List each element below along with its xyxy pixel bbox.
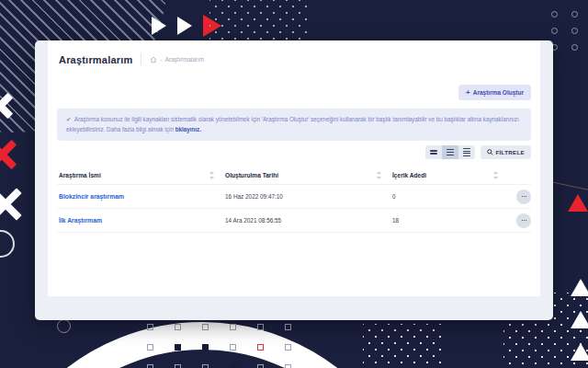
created-date: 14 Ara 2021 08:56:55	[223, 217, 281, 224]
x-mark-red-decoration	[0, 137, 19, 172]
sort-icon[interactable]	[377, 171, 381, 179]
home-icon[interactable]	[150, 56, 157, 63]
row-actions-button[interactable]	[516, 213, 531, 228]
create-research-button[interactable]: + Araştırma Oluştur	[458, 85, 531, 100]
sort-icon[interactable]	[493, 171, 498, 179]
app-window: Araştırmalarım - Araştırmalarım + Araştı…	[35, 40, 553, 320]
breadcrumb-separator: -	[160, 56, 162, 63]
filter-label: FİLTRELE	[496, 149, 526, 155]
ring-decoration	[0, 230, 15, 258]
content-count: 0	[390, 193, 396, 200]
created-date: 16 Haz 2022 09:47:10	[223, 193, 283, 200]
plus-icon: +	[466, 88, 470, 97]
x-mark-decoration	[0, 91, 15, 121]
triangle-up-red-icon	[568, 194, 588, 212]
circle-decoration	[551, 11, 558, 17]
content-count: 18	[390, 217, 399, 224]
view-toggle-group	[425, 145, 475, 159]
view-toggle-sparse[interactable]	[425, 145, 442, 159]
table-row: İlk Araştırmam 14 Ara 2021 08:56:55 18	[57, 208, 531, 233]
small-ring-decoration	[57, 319, 71, 333]
square-grid-decoration	[147, 324, 312, 368]
content-panel: Araştırmalarım - Araştırmalarım + Araştı…	[48, 40, 540, 296]
circle-decoration	[571, 44, 578, 51]
divider	[141, 53, 141, 65]
column-header-count: İçerik Adedi	[390, 172, 426, 178]
breadcrumb[interactable]: - Araştırmalarım	[150, 56, 204, 63]
play-triangle-icon	[152, 17, 166, 35]
circle-decoration	[551, 28, 558, 34]
check-icon: ✔	[66, 116, 71, 122]
research-name-link[interactable]: İlk Araştırmam	[57, 217, 102, 224]
page-background: Araştırmalarım - Araştırmalarım + Araştı…	[0, 0, 588, 368]
view-toggle-medium[interactable]	[442, 145, 458, 159]
circle-decoration	[571, 11, 578, 17]
dot-pattern-bottom	[363, 324, 441, 368]
row-actions-button[interactable]	[516, 190, 531, 204]
search-icon	[487, 149, 493, 155]
column-header-created: Oluşturulma Tarihi	[223, 172, 278, 178]
table-row: Blokzincir araştırmam 16 Haz 2022 09:47:…	[57, 184, 531, 208]
sort-icon[interactable]	[209, 171, 214, 179]
table-header-row: Araştırma İsmi Oluşturulma Tarihi İçerik…	[57, 166, 531, 184]
info-banner: ✔ Araştırma konunuz ile ilgili kaynaklar…	[57, 109, 531, 141]
page-header: Araştırmalarım - Araştırmalarım	[48, 40, 540, 65]
breadcrumb-current: Araştırmalarım	[165, 56, 205, 63]
column-header-name: Araştırma İsmi	[57, 172, 101, 178]
view-toggle-dense[interactable]	[458, 145, 475, 159]
circle-decoration	[571, 28, 578, 34]
banner-message: Araştırma konunuz ile ilgili kaynakları …	[66, 116, 519, 132]
banner-link[interactable]: tıklayınız.	[175, 126, 201, 132]
play-triangle-icon	[177, 17, 192, 35]
x-mark-decoration	[0, 185, 25, 224]
filter-button[interactable]: FİLTRELE	[481, 145, 532, 159]
page-title: Araştırmalarım	[59, 54, 132, 65]
research-name-link[interactable]: Blokzincir araştırmam	[57, 193, 124, 200]
research-table: Araştırma İsmi Oluşturulma Tarihi İçerik…	[57, 166, 531, 233]
create-research-label: Araştırma Oluştur	[473, 89, 524, 96]
list-toolbar: FİLTRELE	[425, 145, 532, 159]
